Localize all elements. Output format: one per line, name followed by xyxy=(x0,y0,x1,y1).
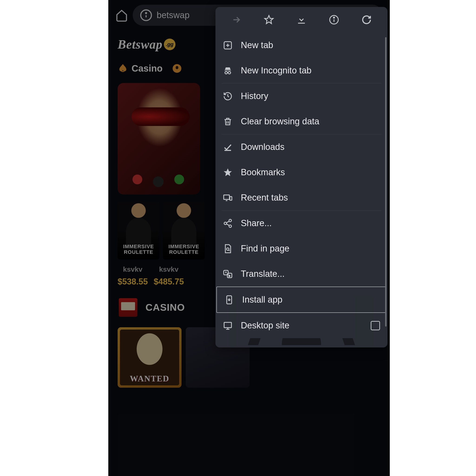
menu-new-tab[interactable]: New tab xyxy=(215,33,388,58)
menu-find-in-page[interactable]: Find in page xyxy=(215,236,388,261)
menu-scrollbar[interactable] xyxy=(385,37,387,326)
menu-install-app[interactable]: Install app xyxy=(216,287,387,313)
menu-incognito[interactable]: New Incognito tab xyxy=(215,58,388,83)
menu-translate[interactable]: Translate... xyxy=(215,261,388,287)
menu-action-row xyxy=(215,7,388,33)
menu-desktop-site[interactable]: Desktop site xyxy=(215,313,388,338)
forward-icon[interactable] xyxy=(231,15,241,25)
svg-point-8 xyxy=(225,71,228,74)
devices-icon xyxy=(223,193,233,203)
reload-icon[interactable] xyxy=(361,15,372,25)
translate-icon xyxy=(223,269,233,279)
menu-history[interactable]: History xyxy=(215,84,388,109)
history-icon xyxy=(223,91,233,101)
menu-recent-tabs[interactable]: Recent tabs xyxy=(215,185,388,210)
star-filled-icon xyxy=(223,168,233,177)
share-icon xyxy=(223,219,233,228)
svg-rect-10 xyxy=(224,195,230,199)
menu-bookmarks[interactable]: Bookmarks xyxy=(215,160,388,185)
svg-rect-19 xyxy=(224,322,232,328)
desktop-site-checkbox[interactable] xyxy=(371,321,380,330)
menu-downloads[interactable]: Downloads xyxy=(215,134,388,160)
star-icon[interactable] xyxy=(264,15,274,25)
svg-point-13 xyxy=(224,222,227,224)
svg-rect-11 xyxy=(230,196,232,200)
gear-icon xyxy=(223,338,380,345)
svg-point-20 xyxy=(282,338,321,345)
trash-icon xyxy=(223,117,233,126)
svg-point-6 xyxy=(334,17,334,18)
menu-clear-data[interactable]: Clear browsing data xyxy=(215,109,388,134)
download-icon[interactable] xyxy=(296,15,306,25)
menu-share[interactable]: Share... xyxy=(215,211,388,236)
info-icon[interactable] xyxy=(329,15,339,25)
plus-box-icon xyxy=(223,40,233,50)
browser-overflow-menu: New tab New Incognito tab History Clear … xyxy=(215,7,388,347)
svg-point-14 xyxy=(229,225,232,228)
svg-point-9 xyxy=(228,71,231,74)
find-page-icon xyxy=(223,244,233,254)
incognito-icon xyxy=(223,66,233,76)
desktop-icon xyxy=(223,321,233,330)
check-icon xyxy=(223,142,233,152)
menu-settings-peek[interactable] xyxy=(215,338,388,345)
svg-point-12 xyxy=(229,219,232,222)
install-app-icon xyxy=(224,295,234,305)
